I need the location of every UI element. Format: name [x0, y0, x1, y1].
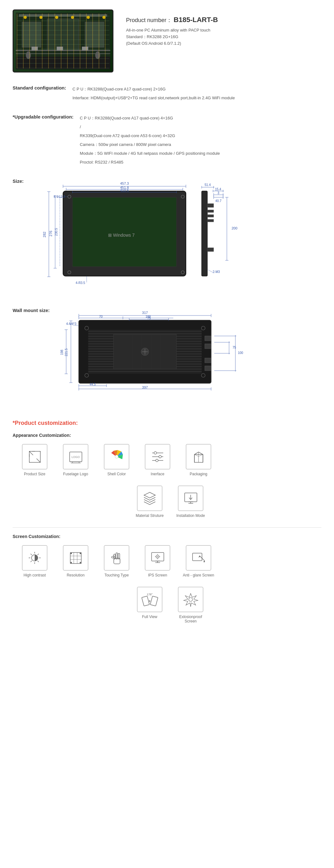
svg-text:2-M3: 2-M3 [213, 270, 220, 274]
svg-line-185 [199, 455, 203, 456]
full-view-label: Full View [142, 615, 157, 619]
fuselage-logo-icon-box: LOGO [63, 444, 88, 469]
appearance-title: Appearance Customization: [12, 433, 322, 438]
svg-text:40.7: 40.7 [215, 199, 221, 203]
high-contrast-item: High contrast [19, 545, 51, 578]
upgradable-module: Module：5G WIFI module / 4G full netpass … [80, 149, 322, 158]
ips-screen-icon-box [145, 545, 170, 570]
svg-rect-13 [31, 46, 38, 51]
svg-point-11 [87, 16, 90, 19]
fuselage-logo-icon: LOGO [67, 448, 85, 466]
svg-text:397: 397 [142, 385, 148, 389]
upgradable-config-content: C P U：RK3288(Quad-core A17 quad-core) 4+… [80, 114, 322, 167]
svg-marker-186 [144, 492, 155, 498]
anti-glare-icon-box [186, 545, 211, 570]
svg-rect-57 [207, 248, 214, 251]
svg-rect-214 [111, 556, 114, 558]
svg-rect-201 [70, 553, 81, 563]
material-struture-icon [141, 490, 158, 507]
page: Product number： B185-LART-B All-in-one P… [0, 0, 334, 642]
svg-rect-55 [207, 215, 214, 217]
explosion-screen-icon [182, 591, 200, 608]
upgradable-config-label: *Upgradable configuration: [12, 114, 73, 167]
svg-rect-4 [85, 22, 104, 47]
full-view-icon: 178° [141, 591, 158, 608]
packaging-item: Packaging [183, 444, 214, 476]
svg-point-219 [156, 555, 159, 558]
standard-config-label: Standard configuration: [12, 85, 66, 103]
product-size-label: Product Size [24, 472, 45, 476]
packaging-label: Packaging [190, 472, 207, 476]
customization-text: Product customization: [15, 420, 78, 426]
anti-glare-item: Anti - glare Screen [183, 545, 214, 578]
svg-text:75: 75 [147, 316, 151, 320]
svg-text:221.5: 221.5 [65, 348, 68, 356]
svg-point-17 [26, 51, 31, 59]
svg-rect-2 [22, 22, 41, 47]
explosion-screen-icon-box [178, 587, 203, 612]
svg-text:75: 75 [233, 346, 236, 349]
fuselage-logo-item: LOGO Fuselage Logo [60, 444, 91, 476]
svg-marker-227 [199, 556, 201, 558]
svg-point-18 [95, 51, 100, 59]
svg-marker-234 [184, 593, 198, 607]
svg-point-173 [115, 455, 118, 458]
svg-rect-209 [80, 562, 81, 563]
svg-line-197 [31, 554, 32, 555]
svg-line-200 [31, 561, 32, 562]
inerface-icon [149, 448, 166, 466]
svg-text:230.5: 230.5 [55, 228, 58, 236]
svg-text:15.4: 15.4 [215, 188, 221, 191]
svg-point-233 [149, 600, 150, 602]
desc-line1: All-in-one PC Aluminum alloy with PACP t… [126, 27, 322, 34]
shell-color-icon [108, 448, 125, 466]
inerface-label: Inerface [151, 472, 164, 476]
resolution-icon [67, 549, 85, 567]
packaging-icon [190, 448, 207, 466]
upgradable-cpu2: / [80, 123, 322, 131]
svg-point-8 [39, 16, 42, 19]
desc-line3: (Default OS:Android 6.0/7.1.2) [126, 40, 322, 47]
svg-text:4-R3.5: 4-R3.5 [75, 281, 85, 285]
appearance-icons-row1: Product Size LOGO Fuselage Logo [12, 444, 322, 476]
anti-glare-icon [190, 549, 207, 567]
product-size-item: Product Size [19, 444, 51, 476]
standard-cpu: C P U：RK3288(Quad-core A17 quad-core) 2+… [72, 85, 322, 93]
shell-color-icon-box [104, 444, 129, 469]
svg-line-199 [37, 554, 39, 555]
svg-rect-1 [19, 14, 107, 17]
header-section: Product number： B185-LART-B All-in-one P… [12, 9, 322, 72]
svg-point-9 [55, 16, 58, 19]
touching-type-icon-box [104, 545, 129, 570]
anti-glare-label: Anti - glare Screen [183, 573, 214, 578]
screen-icons-row2: 178° Full View Exlosionpr [12, 587, 322, 623]
svg-text:282: 282 [42, 231, 46, 237]
svg-line-79 [208, 270, 213, 272]
upgradable-cpu3: RK339(Dual-core A72 quad-core A53 6-core… [80, 132, 322, 140]
size-label: Size: [12, 178, 31, 298]
resolution-label: Resolution [67, 573, 85, 578]
installation-mode-label: Installation Mode [177, 514, 205, 518]
svg-rect-114 [205, 344, 211, 349]
material-struture-item: Material Struture [134, 486, 165, 518]
svg-text:⊞ Windows 7: ⊞ Windows 7 [108, 232, 135, 238]
shell-color-label: Shell Color [108, 472, 126, 476]
installation-mode-item: Installation Mode [175, 486, 206, 518]
svg-rect-231 [142, 596, 149, 606]
fuselage-logo-label: Fuselage Logo [63, 472, 88, 476]
svg-rect-115 [205, 358, 211, 363]
product-number: B185-LART-B [174, 16, 218, 24]
svg-rect-206 [70, 553, 72, 554]
product-size-icon-box [22, 444, 47, 469]
svg-text:457.3: 457.3 [120, 182, 129, 185]
svg-line-184 [194, 455, 199, 456]
ips-screen-label: IPS Screen [148, 573, 167, 578]
svg-text:70: 70 [99, 315, 103, 318]
svg-text:LOGO: LOGO [71, 456, 80, 459]
appearance-icons-row2: Material Struture Installation Mode [12, 486, 322, 518]
upgradable-proctol: Proctol: RS232 / RS485 [80, 158, 322, 166]
svg-rect-54 [207, 210, 214, 212]
svg-text:3: 3 [217, 191, 219, 195]
svg-point-7 [24, 16, 27, 19]
standard-config-content: C P U：RK3288(Quad-core A17 quad-core) 2+… [72, 85, 322, 103]
